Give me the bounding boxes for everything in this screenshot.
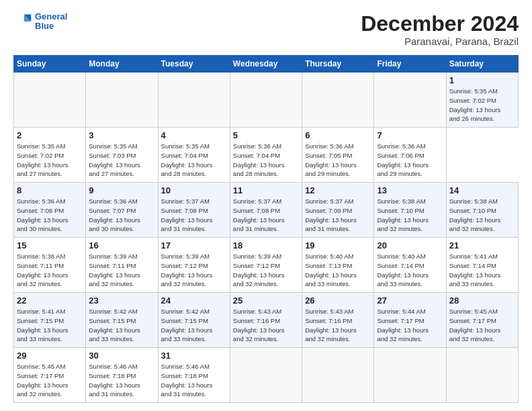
calendar-cell: 26Sunrise: 5:43 AMSunset: 7:16 PMDayligh… — [302, 293, 374, 348]
calendar-cell: 29Sunrise: 5:45 AMSunset: 7:17 PMDayligh… — [14, 348, 86, 403]
day-number: 22 — [17, 295, 83, 306]
calendar-cell: 24Sunrise: 5:42 AMSunset: 7:15 PMDayligh… — [158, 293, 230, 348]
day-info: Sunrise: 5:38 AMSunset: 7:11 PMDaylight:… — [17, 252, 83, 289]
day-number: 19 — [305, 240, 371, 250]
calendar-cell — [302, 348, 374, 403]
calendar-cell: 5Sunrise: 5:36 AMSunset: 7:04 PMDaylight… — [230, 128, 302, 183]
day-number: 12 — [305, 185, 371, 195]
calendar-cell: 7Sunrise: 5:36 AMSunset: 7:06 PMDaylight… — [374, 128, 446, 183]
day-info: Sunrise: 5:38 AMSunset: 7:10 PMDaylight:… — [377, 197, 443, 234]
calendar-cell: 12Sunrise: 5:37 AMSunset: 7:09 PMDayligh… — [302, 183, 374, 238]
page-container: General Blue December 2024 Paranavai, Pa… — [0, 0, 532, 411]
day-number: 10 — [161, 185, 227, 195]
calendar-cell — [302, 73, 374, 128]
day-info: Sunrise: 5:45 AMSunset: 7:17 PMDaylight:… — [17, 362, 83, 399]
logo: General Blue — [13, 12, 67, 32]
day-info: Sunrise: 5:41 AMSunset: 7:14 PMDaylight:… — [449, 252, 515, 289]
header: General Blue December 2024 Paranavai, Pa… — [13, 12, 519, 47]
calendar-cell: 19Sunrise: 5:40 AMSunset: 7:13 PMDayligh… — [302, 238, 374, 293]
calendar-week-1: 1Sunrise: 5:35 AMSunset: 7:02 PMDaylight… — [14, 73, 519, 128]
calendar-header-row: Sunday Monday Tuesday Wednesday Thursday… — [14, 56, 519, 73]
calendar-cell: 8Sunrise: 5:36 AMSunset: 7:06 PMDaylight… — [14, 183, 86, 238]
calendar-cell — [230, 348, 302, 403]
col-wednesday: Wednesday — [230, 56, 302, 73]
col-sunday: Sunday — [14, 56, 86, 73]
day-number: 29 — [17, 351, 83, 361]
day-number: 20 — [377, 240, 443, 250]
calendar-week-2: 2Sunrise: 5:35 AMSunset: 7:02 PMDaylight… — [14, 128, 519, 183]
day-info: Sunrise: 5:39 AMSunset: 7:11 PMDaylight:… — [89, 252, 154, 289]
day-info: Sunrise: 5:37 AMSunset: 7:08 PMDaylight:… — [233, 197, 299, 234]
calendar-week-6: 29Sunrise: 5:45 AMSunset: 7:17 PMDayligh… — [14, 348, 519, 403]
calendar-cell — [14, 73, 86, 128]
logo-text: General Blue — [35, 12, 67, 32]
day-info: Sunrise: 5:36 AMSunset: 7:05 PMDaylight:… — [305, 142, 371, 179]
page-subtitle: Paranavai, Parana, Brazil — [361, 36, 519, 47]
day-number: 24 — [161, 295, 227, 306]
calendar-cell: 30Sunrise: 5:46 AMSunset: 7:18 PMDayligh… — [86, 348, 158, 403]
day-info: Sunrise: 5:41 AMSunset: 7:15 PMDaylight:… — [17, 307, 83, 344]
day-number: 15 — [17, 240, 83, 250]
page-title: December 2024 — [361, 12, 519, 36]
calendar-cell: 13Sunrise: 5:38 AMSunset: 7:10 PMDayligh… — [374, 183, 446, 238]
day-number: 2 — [17, 130, 83, 140]
day-info: Sunrise: 5:37 AMSunset: 7:08 PMDaylight:… — [161, 197, 227, 234]
day-info: Sunrise: 5:38 AMSunset: 7:10 PMDaylight:… — [449, 197, 515, 234]
day-number: 4 — [161, 130, 227, 140]
calendar-cell: 17Sunrise: 5:39 AMSunset: 7:12 PMDayligh… — [158, 238, 230, 293]
day-info: Sunrise: 5:40 AMSunset: 7:13 PMDaylight:… — [305, 252, 371, 289]
calendar-cell: 9Sunrise: 5:36 AMSunset: 7:07 PMDaylight… — [86, 183, 158, 238]
day-number: 21 — [449, 240, 515, 250]
calendar-cell: 31Sunrise: 5:46 AMSunset: 7:18 PMDayligh… — [158, 348, 230, 403]
calendar-cell — [446, 348, 518, 403]
calendar-cell — [374, 73, 446, 128]
calendar-cell: 11Sunrise: 5:37 AMSunset: 7:08 PMDayligh… — [230, 183, 302, 238]
day-info: Sunrise: 5:39 AMSunset: 7:12 PMDaylight:… — [161, 252, 227, 289]
calendar-cell: 23Sunrise: 5:42 AMSunset: 7:15 PMDayligh… — [86, 293, 158, 348]
day-info: Sunrise: 5:39 AMSunset: 7:12 PMDaylight:… — [233, 252, 299, 289]
day-number: 8 — [17, 185, 83, 195]
day-info: Sunrise: 5:45 AMSunset: 7:17 PMDaylight:… — [449, 307, 515, 344]
calendar-cell: 25Sunrise: 5:43 AMSunset: 7:16 PMDayligh… — [230, 293, 302, 348]
day-info: Sunrise: 5:36 AMSunset: 7:06 PMDaylight:… — [17, 197, 83, 234]
day-info: Sunrise: 5:40 AMSunset: 7:14 PMDaylight:… — [377, 252, 443, 289]
calendar-cell — [86, 73, 158, 128]
calendar-cell: 1Sunrise: 5:35 AMSunset: 7:02 PMDaylight… — [446, 73, 518, 128]
day-number: 30 — [89, 351, 154, 361]
title-block: December 2024 Paranavai, Parana, Brazil — [361, 12, 519, 47]
logo-icon — [13, 12, 32, 31]
day-number: 6 — [305, 130, 371, 140]
day-number: 31 — [161, 351, 227, 361]
calendar-cell: 4Sunrise: 5:35 AMSunset: 7:04 PMDaylight… — [158, 128, 230, 183]
day-number: 23 — [89, 295, 154, 306]
calendar-cell: 28Sunrise: 5:45 AMSunset: 7:17 PMDayligh… — [446, 293, 518, 348]
day-info: Sunrise: 5:35 AMSunset: 7:02 PMDaylight:… — [17, 142, 83, 179]
calendar-week-5: 22Sunrise: 5:41 AMSunset: 7:15 PMDayligh… — [14, 293, 519, 348]
day-info: Sunrise: 5:42 AMSunset: 7:15 PMDaylight:… — [89, 307, 154, 344]
day-number: 11 — [233, 185, 299, 195]
calendar-cell: 14Sunrise: 5:38 AMSunset: 7:10 PMDayligh… — [446, 183, 518, 238]
calendar-cell — [230, 73, 302, 128]
col-thursday: Thursday — [302, 56, 374, 73]
day-info: Sunrise: 5:37 AMSunset: 7:09 PMDaylight:… — [305, 197, 371, 234]
day-info: Sunrise: 5:36 AMSunset: 7:06 PMDaylight:… — [377, 142, 443, 179]
day-info: Sunrise: 5:35 AMSunset: 7:02 PMDaylight:… — [449, 87, 515, 124]
calendar-cell — [374, 348, 446, 403]
day-info: Sunrise: 5:46 AMSunset: 7:18 PMDaylight:… — [161, 362, 227, 399]
day-number: 26 — [305, 295, 371, 306]
day-number: 28 — [449, 295, 515, 306]
day-number: 13 — [377, 185, 443, 195]
calendar-cell: 3Sunrise: 5:35 AMSunset: 7:03 PMDaylight… — [86, 128, 158, 183]
day-number: 5 — [233, 130, 299, 140]
day-number: 14 — [449, 185, 515, 195]
day-info: Sunrise: 5:35 AMSunset: 7:03 PMDaylight:… — [89, 142, 154, 179]
day-number: 3 — [89, 130, 154, 140]
day-info: Sunrise: 5:46 AMSunset: 7:18 PMDaylight:… — [89, 362, 154, 399]
col-saturday: Saturday — [446, 56, 518, 73]
day-number: 17 — [161, 240, 227, 250]
day-number: 9 — [89, 185, 154, 195]
day-number: 16 — [89, 240, 154, 250]
day-number: 25 — [233, 295, 299, 306]
calendar-cell: 10Sunrise: 5:37 AMSunset: 7:08 PMDayligh… — [158, 183, 230, 238]
day-number: 18 — [233, 240, 299, 250]
